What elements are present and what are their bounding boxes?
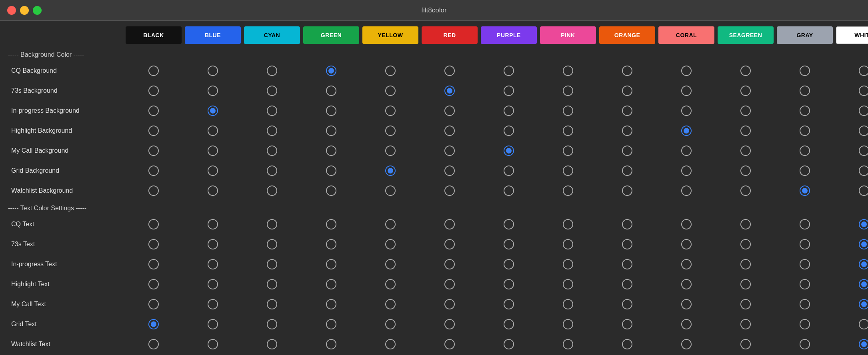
radio-btn-bg-3-7[interactable] xyxy=(563,126,573,136)
radio-btn-bg-1-7[interactable] xyxy=(563,86,573,96)
radio-btn-bg-6-1[interactable] xyxy=(208,185,218,196)
radio-btn-bg-1-8[interactable] xyxy=(622,86,632,96)
radio-btn-bg-2-8[interactable] xyxy=(622,106,632,116)
radio-btn-bg-1-4[interactable] xyxy=(385,86,396,96)
radio-btn-txt-4-7[interactable] xyxy=(563,299,573,309)
radio-btn-txt-5-0[interactable] xyxy=(148,319,159,329)
radio-btn-bg-0-10[interactable] xyxy=(740,66,751,76)
radio-btn-txt-2-10[interactable] xyxy=(740,259,751,269)
radio-btn-txt-4-0[interactable] xyxy=(148,299,159,309)
radio-btn-bg-1-10[interactable] xyxy=(740,86,751,96)
radio-btn-txt-5-5[interactable] xyxy=(444,319,455,329)
radio-btn-txt-2-4[interactable] xyxy=(385,259,396,269)
radio-btn-bg-2-9[interactable] xyxy=(681,106,692,116)
radio-btn-txt-1-7[interactable] xyxy=(563,239,573,249)
radio-btn-bg-4-0[interactable] xyxy=(148,146,159,156)
radio-btn-txt-3-11[interactable] xyxy=(800,279,810,289)
radio-btn-bg-5-11[interactable] xyxy=(800,166,810,176)
radio-btn-bg-5-12[interactable] xyxy=(859,166,868,176)
radio-btn-txt-2-6[interactable] xyxy=(504,259,514,269)
radio-btn-bg-0-2[interactable] xyxy=(267,66,277,76)
radio-btn-txt-2-5[interactable] xyxy=(444,259,455,269)
radio-btn-txt-5-11[interactable] xyxy=(800,319,810,329)
radio-btn-bg-2-12[interactable] xyxy=(859,106,868,116)
radio-btn-bg-3-8[interactable] xyxy=(622,126,632,136)
radio-btn-txt-1-6[interactable] xyxy=(504,239,514,249)
radio-btn-txt-0-8[interactable] xyxy=(622,219,632,229)
radio-btn-txt-6-11[interactable] xyxy=(800,339,810,349)
radio-btn-txt-0-2[interactable] xyxy=(267,219,277,229)
radio-btn-bg-4-11[interactable] xyxy=(800,146,810,156)
radio-btn-txt-1-10[interactable] xyxy=(740,239,751,249)
radio-btn-bg-4-6[interactable] xyxy=(504,146,514,156)
radio-btn-txt-0-0[interactable] xyxy=(148,219,159,229)
radio-btn-bg-5-3[interactable] xyxy=(326,166,336,176)
radio-btn-txt-2-9[interactable] xyxy=(681,259,692,269)
radio-btn-bg-0-12[interactable] xyxy=(859,66,868,76)
radio-btn-txt-4-9[interactable] xyxy=(681,299,692,309)
radio-btn-bg-4-9[interactable] xyxy=(681,146,692,156)
radio-btn-bg-6-0[interactable] xyxy=(148,185,159,196)
radio-btn-txt-6-3[interactable] xyxy=(326,339,336,349)
radio-btn-txt-0-9[interactable] xyxy=(681,219,692,229)
radio-btn-bg-4-2[interactable] xyxy=(267,146,277,156)
radio-btn-bg-5-4[interactable] xyxy=(385,166,396,176)
radio-btn-txt-2-7[interactable] xyxy=(563,259,573,269)
radio-btn-txt-2-11[interactable] xyxy=(800,259,810,269)
radio-btn-txt-1-2[interactable] xyxy=(267,239,277,249)
radio-btn-bg-5-0[interactable] xyxy=(148,166,159,176)
close-button[interactable] xyxy=(7,6,16,15)
radio-btn-bg-2-5[interactable] xyxy=(444,106,455,116)
radio-btn-bg-3-6[interactable] xyxy=(504,126,514,136)
radio-btn-bg-2-7[interactable] xyxy=(563,106,573,116)
radio-btn-txt-5-9[interactable] xyxy=(681,319,692,329)
radio-btn-bg-0-11[interactable] xyxy=(800,66,810,76)
radio-btn-txt-0-4[interactable] xyxy=(385,219,396,229)
radio-btn-txt-3-10[interactable] xyxy=(740,279,751,289)
radio-btn-txt-0-6[interactable] xyxy=(504,219,514,229)
radio-btn-bg-3-11[interactable] xyxy=(800,126,810,136)
radio-btn-bg-4-5[interactable] xyxy=(444,146,455,156)
radio-btn-txt-2-1[interactable] xyxy=(208,259,218,269)
radio-btn-txt-6-9[interactable] xyxy=(681,339,692,349)
radio-btn-txt-4-11[interactable] xyxy=(800,299,810,309)
radio-btn-bg-1-6[interactable] xyxy=(504,86,514,96)
radio-btn-bg-4-8[interactable] xyxy=(622,146,632,156)
radio-btn-bg-5-9[interactable] xyxy=(681,166,692,176)
radio-btn-bg-3-10[interactable] xyxy=(740,126,751,136)
radio-btn-txt-2-2[interactable] xyxy=(267,259,277,269)
radio-btn-txt-6-4[interactable] xyxy=(385,339,396,349)
radio-btn-txt-6-7[interactable] xyxy=(563,339,573,349)
radio-btn-bg-5-1[interactable] xyxy=(208,166,218,176)
radio-btn-bg-1-3[interactable] xyxy=(326,86,336,96)
radio-btn-bg-3-9[interactable] xyxy=(681,126,692,136)
radio-btn-txt-6-6[interactable] xyxy=(504,339,514,349)
radio-btn-bg-3-3[interactable] xyxy=(326,126,336,136)
radio-btn-bg-2-0[interactable] xyxy=(148,106,159,116)
radio-btn-txt-3-0[interactable] xyxy=(148,279,159,289)
radio-btn-bg-4-4[interactable] xyxy=(385,146,396,156)
radio-btn-txt-1-9[interactable] xyxy=(681,239,692,249)
radio-btn-bg-6-4[interactable] xyxy=(385,185,396,196)
radio-btn-txt-3-3[interactable] xyxy=(326,279,336,289)
radio-btn-txt-2-3[interactable] xyxy=(326,259,336,269)
radio-btn-bg-5-2[interactable] xyxy=(267,166,277,176)
radio-btn-bg-0-3[interactable] xyxy=(326,66,336,76)
radio-btn-txt-3-7[interactable] xyxy=(563,279,573,289)
radio-btn-txt-0-10[interactable] xyxy=(740,219,751,229)
radio-btn-bg-6-12[interactable] xyxy=(859,185,868,196)
radio-btn-txt-2-0[interactable] xyxy=(148,259,159,269)
maximize-button[interactable] xyxy=(33,6,42,15)
radio-btn-txt-4-3[interactable] xyxy=(326,299,336,309)
radio-btn-txt-3-4[interactable] xyxy=(385,279,396,289)
radio-btn-bg-6-5[interactable] xyxy=(444,185,455,196)
radio-btn-txt-5-2[interactable] xyxy=(267,319,277,329)
radio-btn-bg-6-3[interactable] xyxy=(326,185,336,196)
radio-btn-txt-6-12[interactable] xyxy=(859,339,868,349)
radio-btn-txt-0-11[interactable] xyxy=(800,219,810,229)
radio-btn-txt-3-1[interactable] xyxy=(208,279,218,289)
radio-btn-txt-5-7[interactable] xyxy=(563,319,573,329)
radio-btn-txt-2-8[interactable] xyxy=(622,259,632,269)
radio-btn-txt-5-6[interactable] xyxy=(504,319,514,329)
radio-btn-bg-2-3[interactable] xyxy=(326,106,336,116)
